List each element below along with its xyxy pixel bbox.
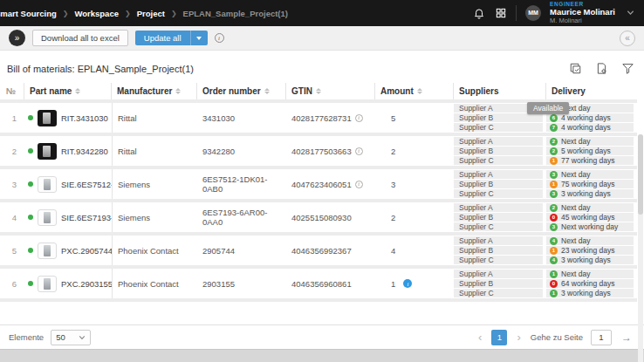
order-number-cell: 9342280	[197, 136, 286, 166]
order-number-cell: 2905744	[197, 236, 286, 265]
header-gtin-label: GTIN	[291, 86, 312, 96]
availability-badge[interactable]: 0	[550, 214, 558, 222]
user-avatar[interactable]: MM	[525, 5, 541, 21]
amount-cell: 4	[375, 236, 454, 265]
suppliers-cell: Supplier ASupplier BSupplier C	[454, 169, 546, 199]
app-grid-icon[interactable]	[494, 6, 507, 19]
page-size-select[interactable]: 50	[51, 330, 91, 345]
part-thumbnail-image	[38, 110, 57, 126]
delivery-line: 2Next day	[546, 137, 634, 146]
supplier-name: Supplier B	[454, 113, 543, 122]
table-row[interactable]: 5PXC.2905744Phoenix Contact2905744404635…	[0, 236, 637, 269]
manufacturer-cell: Phoenix Contact	[112, 236, 197, 265]
availability-badge[interactable]: 7	[550, 124, 558, 132]
amount-cell: 5	[375, 103, 454, 133]
breadcrumb-workspace[interactable]: Workspace	[74, 9, 119, 18]
manufacturer-cell: Phoenix Contact	[112, 269, 197, 298]
amount-info-icon[interactable]: i	[403, 279, 412, 288]
delivery-text: 4 working days	[561, 113, 611, 122]
availability-badge[interactable]: 1	[550, 181, 558, 188]
user-menu-chevron-down-icon[interactable]	[624, 6, 637, 19]
topbar-divider	[516, 5, 517, 21]
delivery-line: 3Next day	[546, 170, 634, 179]
table-row[interactable]: 2RIT.9342280Rittal93422804028177503663i2…	[0, 136, 637, 169]
next-page-button[interactable]: ›	[515, 331, 522, 343]
availability-badge[interactable]: 0	[550, 280, 558, 288]
update-all-dropdown-button[interactable]	[190, 31, 208, 45]
export-settings-icon[interactable]	[594, 61, 609, 76]
header-part-name-label: Part name	[30, 86, 72, 96]
availability-badge[interactable]: 3	[550, 223, 558, 231]
user-subname: M. Molinari	[550, 17, 615, 25]
delivery-line: 045 working days	[546, 213, 634, 222]
availability-badge[interactable]: 2	[550, 147, 558, 155]
scrollbar-thumb[interactable]	[638, 134, 643, 215]
part-name: RIT.3431030	[61, 113, 108, 123]
part-name: SIE.6ES7512-1DK...	[61, 180, 112, 189]
goto-page-input[interactable]	[591, 330, 612, 345]
status-dot-icon	[28, 248, 33, 253]
amount-cell: 3	[375, 169, 454, 199]
breadcrumb-project[interactable]: Project	[137, 9, 165, 18]
availability-badge[interactable]: 3	[550, 190, 558, 198]
availability-badge[interactable]: 3	[550, 171, 558, 179]
order-number-cell: 2903155	[197, 269, 286, 298]
goto-page-label: Gehe zu Seite	[531, 332, 583, 342]
delivery-line: 43 working days	[546, 256, 634, 264]
gtin-value: 4046356992367	[291, 246, 352, 256]
part-thumbnail-image	[38, 176, 57, 193]
sort-icon	[316, 88, 321, 94]
expand-sidebar-button[interactable]: »	[9, 30, 25, 46]
availability-badge[interactable]: 1	[550, 270, 558, 278]
table-row[interactable]: 6PXC.2903155Phoenix Contact2903155404635…	[0, 269, 637, 302]
supplier-name: Supplier B	[454, 213, 543, 222]
user-info[interactable]: ENGINEER Maurice Molinari M. Molinari	[550, 1, 615, 24]
update-info-icon[interactable]: i	[215, 33, 224, 43]
chevron-down-icon	[196, 37, 202, 40]
breadcrumb-separator: ❯	[125, 10, 131, 17]
availability-badge[interactable]: 2	[550, 138, 558, 146]
table-row[interactable]: 3SIE.6ES7512-1DK...Siemens6ES7512-1DK01-…	[0, 169, 637, 202]
header-manufacturer[interactable]: Manufacturer	[112, 83, 197, 99]
row-number: 6	[0, 269, 24, 298]
gtin-info-icon[interactable]: i	[355, 147, 363, 155]
availability-badge[interactable]: 4	[550, 256, 558, 264]
header-gtin[interactable]: GTIN	[286, 83, 375, 99]
page-1-button[interactable]: 1	[491, 330, 507, 345]
collapse-panel-button[interactable]: «	[620, 31, 635, 46]
copy-selection-icon[interactable]	[568, 61, 583, 76]
supplier-name: Supplier C	[454, 222, 543, 231]
table-row[interactable]: 4SIE.6ES7193-6AR...Siemens6ES7193-6AR00-…	[0, 202, 637, 236]
availability-badge[interactable]: 2	[550, 204, 558, 212]
suppliers-cell: Supplier ASupplier BSupplier C	[454, 136, 546, 166]
part-cell: SIE.6ES7193-6AR...	[24, 202, 112, 232]
availability-badge[interactable]: 1	[550, 290, 558, 297]
gtin-cell: 4028177628731i	[286, 103, 375, 133]
gtin-info-icon[interactable]: i	[355, 181, 363, 188]
items-label: Elemente	[9, 332, 44, 342]
sort-icon	[417, 88, 422, 94]
order-number-cell: 6ES7193-6AR00-0AA0	[197, 202, 286, 232]
previous-page-button[interactable]: ‹	[476, 331, 483, 343]
update-all-button[interactable]: Update all	[135, 31, 190, 45]
supplier-name: Supplier C	[454, 289, 543, 297]
availability-badge[interactable]: 6	[550, 114, 558, 122]
part-cell: SIE.6ES7512-1DK...	[24, 169, 112, 199]
supplier-name: Supplier B	[454, 147, 543, 155]
goto-page-arrow-button[interactable]: →	[620, 331, 634, 344]
gtin-value: 4046356960861	[291, 279, 352, 289]
availability-badge[interactable]: 1	[550, 157, 558, 165]
breadcrumb-smart-sourcing[interactable]: Smart Sourcing	[0, 9, 57, 18]
header-amount[interactable]: Amount	[375, 83, 454, 99]
update-all-split-button: Update all	[135, 31, 208, 45]
gtin-info-icon[interactable]: i	[355, 114, 363, 122]
sort-icon	[175, 88, 181, 94]
notifications-bell-icon[interactable]	[472, 6, 485, 19]
filter-funnel-icon[interactable]	[620, 61, 635, 76]
availability-badge[interactable]: 1	[550, 247, 558, 255]
availability-badge[interactable]: 4	[550, 237, 558, 245]
header-order-number[interactable]: Order number	[197, 83, 286, 99]
header-delivery: Delivery	[546, 83, 637, 99]
header-part-name[interactable]: Part name	[24, 83, 112, 99]
download-all-to-excel-button[interactable]: Download all to excel	[32, 30, 128, 46]
